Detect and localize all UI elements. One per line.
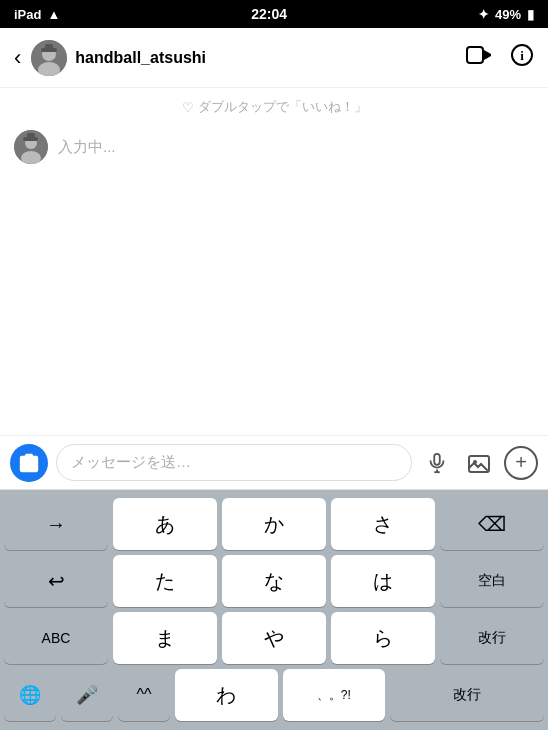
key-ra[interactable]: ら	[331, 612, 435, 664]
typing-indicator: 入力中...	[14, 130, 534, 164]
message-input-bar: メッセージを送… +	[0, 435, 548, 489]
typing-avatar	[14, 130, 48, 164]
key-space[interactable]: 空白	[440, 555, 544, 607]
svg-rect-5	[467, 47, 483, 63]
avatar-image	[31, 40, 67, 76]
key-ya[interactable]: や	[222, 612, 326, 664]
avatar	[31, 40, 67, 76]
info-icon[interactable]: i	[510, 43, 534, 73]
typing-text: 入力中...	[58, 138, 116, 157]
key-newline[interactable]: 改行	[390, 669, 544, 721]
header-icons: i	[466, 43, 534, 73]
key-ka[interactable]: か	[222, 498, 326, 550]
chat-area: ♡ ダブルタップで「いいね！」 入力中...	[0, 88, 548, 435]
more-button[interactable]: +	[504, 446, 538, 480]
status-bar: iPad ▲ 22:04 ✦ 49% ▮	[0, 0, 548, 28]
wifi-icon: ▲	[47, 7, 60, 22]
key-na[interactable]: な	[222, 555, 326, 607]
keyboard-row-1: → あ か さ ⌫	[4, 498, 544, 550]
status-right: ✦ 49% ▮	[478, 7, 534, 22]
camera-button[interactable]	[10, 444, 48, 482]
keyboard-row-3: ABC ま や ら 改行	[4, 612, 544, 664]
app-container: ‹ handball_atsushi i	[0, 28, 548, 730]
key-return-arrow[interactable]: ↩	[4, 555, 108, 607]
message-input[interactable]: メッセージを送…	[56, 444, 412, 481]
photo-button[interactable]	[462, 446, 496, 480]
key-delete[interactable]: ⌫	[440, 498, 544, 550]
key-ha[interactable]: は	[331, 555, 435, 607]
key-enter[interactable]: 改行	[440, 612, 544, 664]
ipad-label: iPad	[14, 7, 41, 22]
like-hint-text: ダブルタップで「いいね！」	[198, 98, 367, 116]
key-emoji[interactable]: ^^	[118, 669, 170, 721]
key-sa[interactable]: さ	[331, 498, 435, 550]
username-label: handball_atsushi	[75, 49, 466, 67]
key-ma[interactable]: ま	[113, 612, 217, 664]
status-time: 22:04	[251, 6, 287, 22]
keyboard-row-2: ↩ た な は 空白	[4, 555, 544, 607]
svg-rect-4	[45, 44, 53, 50]
camera-icon	[18, 452, 40, 474]
chat-header: ‹ handball_atsushi i	[0, 28, 548, 88]
svg-text:i: i	[520, 48, 524, 63]
plus-icon: +	[515, 451, 527, 474]
svg-rect-14	[434, 453, 440, 464]
bluetooth-icon: ✦	[478, 7, 489, 22]
status-left: iPad ▲	[14, 7, 60, 22]
battery-icon: ▮	[527, 7, 534, 22]
svg-rect-13	[27, 133, 35, 139]
mic-button[interactable]	[420, 446, 454, 480]
svg-marker-6	[484, 50, 491, 60]
mic-icon	[426, 452, 448, 474]
typing-avatar-img	[14, 130, 48, 164]
key-arrow-right[interactable]: →	[4, 498, 108, 550]
key-globe[interactable]: 🌐	[4, 669, 56, 721]
key-punctuation[interactable]: 、。?!	[283, 669, 386, 721]
key-wa[interactable]: わ	[175, 669, 278, 721]
key-a[interactable]: あ	[113, 498, 217, 550]
keyboard: → あ か さ ⌫ ↩ た な は 空白 ABC ま や ら 改行 🌐 🎤 ^^…	[0, 490, 548, 730]
like-hint: ♡ ダブルタップで「いいね！」	[14, 98, 534, 116]
keyboard-row-4: 🌐 🎤 ^^ わ 、。?! 改行	[4, 669, 544, 721]
battery-label: 49%	[495, 7, 521, 22]
key-ta[interactable]: た	[113, 555, 217, 607]
back-button[interactable]: ‹	[14, 45, 21, 71]
video-call-icon[interactable]	[466, 45, 492, 71]
key-abc[interactable]: ABC	[4, 612, 108, 664]
photo-icon	[467, 451, 491, 475]
key-mic[interactable]: 🎤	[61, 669, 113, 721]
heart-icon: ♡	[182, 100, 194, 115]
